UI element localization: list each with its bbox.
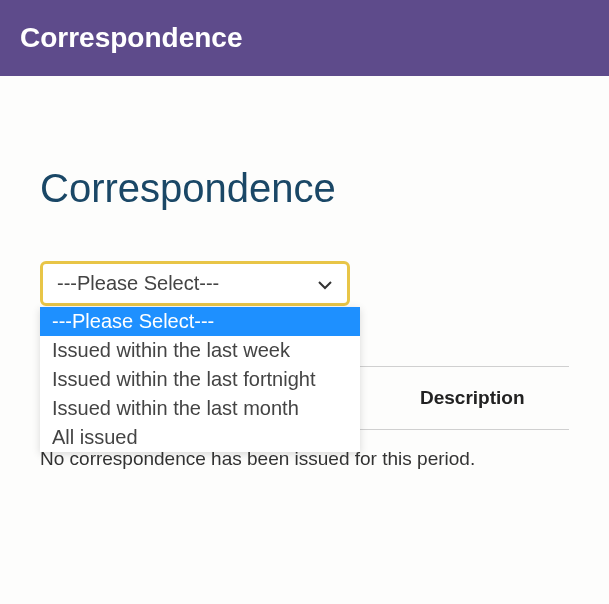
header-bar: Correspondence [0,0,609,76]
filter-option-last-month[interactable]: Issued within the last month [40,394,360,423]
filter-option-last-fortnight[interactable]: Issued within the last fortnight [40,365,360,394]
content-area: Correspondence ---Please Select--- ---Pl… [0,76,609,470]
chevron-down-icon [317,272,333,295]
page-title: Correspondence [40,166,569,211]
filter-dropdown-list: ---Please Select--- Issued within the la… [40,307,360,452]
filter-option-all-issued[interactable]: All issued [40,423,360,452]
header-title: Correspondence [20,22,243,53]
filter-option-last-week[interactable]: Issued within the last week [40,336,360,365]
table-col-description: Description [420,387,569,409]
filter-option-please-select[interactable]: ---Please Select--- [40,307,360,336]
filter-select-wrapper: ---Please Select--- ---Please Select--- … [40,261,350,306]
filter-select[interactable]: ---Please Select--- [40,261,350,306]
filter-select-value: ---Please Select--- [57,272,219,295]
